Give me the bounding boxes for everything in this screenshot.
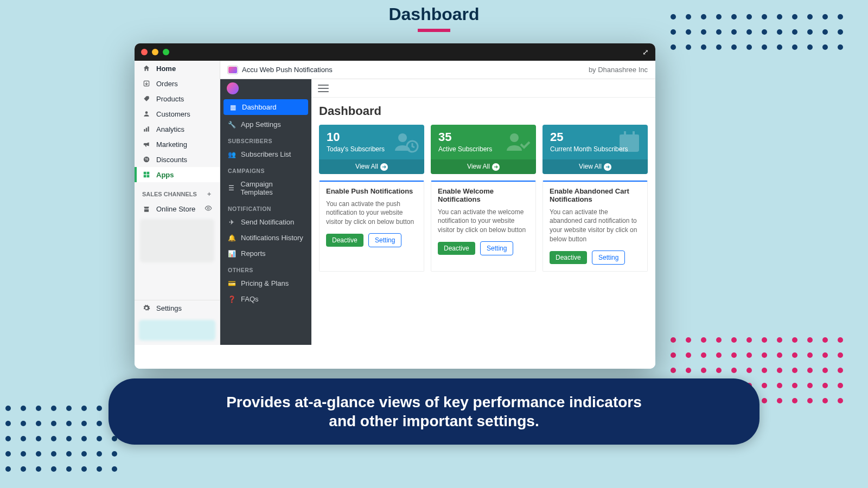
sidebar-item-marketing[interactable]: Marketing [135, 137, 220, 152]
card-title: Enable Abandoned Cart Notifications [550, 187, 641, 203]
window-zoom-icon[interactable] [163, 49, 169, 55]
user-icon [142, 110, 151, 118]
card-body: You can activate the welcome notificatio… [438, 208, 529, 235]
svg-rect-7 [144, 172, 146, 175]
stat-active-subscribers: 35 Active Subscribers View All➜ [431, 125, 536, 174]
sidebar-item-analytics[interactable]: Analytics [135, 121, 220, 137]
bell-icon: 🔔 [228, 234, 235, 242]
blurred-account-card [139, 320, 215, 341]
setting-button[interactable]: Setting [592, 251, 625, 265]
app-sidebar: ▦ Dashboard 🔧 App Settings SUBSCRIBERS 👥… [220, 79, 311, 345]
nav-send-notification[interactable]: ✈ Send Notification [220, 214, 311, 230]
sidebar-item-label: Analytics [156, 125, 184, 133]
deactive-button[interactable]: Deactive [326, 234, 363, 247]
view-all-link[interactable]: View All➜ [319, 159, 424, 174]
setting-button[interactable]: Setting [480, 241, 513, 255]
svg-rect-16 [620, 134, 639, 140]
sidebar-item-orders[interactable]: Orders [135, 76, 220, 91]
svg-point-1 [145, 111, 148, 114]
svg-rect-17 [624, 131, 626, 137]
nav-heading-others: OTHERS [220, 261, 311, 275]
user-clock-icon [393, 129, 419, 160]
sales-channels-heading: SALES CHANNELS ＋ [135, 182, 220, 201]
nav-faqs[interactable]: ❓ FAQs [220, 291, 311, 307]
sidebar-item-settings[interactable]: Settings [135, 300, 220, 316]
nav-dashboard[interactable]: ▦ Dashboard [224, 99, 308, 115]
arrow-right-icon: ➜ [380, 163, 388, 171]
nav-label: FAQs [241, 295, 259, 303]
decorative-dots-bottom-left [5, 406, 117, 472]
nav-notifications-history[interactable]: 🔔 Notifications History [220, 230, 311, 246]
vendor-link[interactable]: Dhanashree Inc [598, 66, 648, 74]
app-header: Accu Web Push Notifications by Dhanashre… [220, 61, 655, 79]
list-icon: ☰ [228, 184, 235, 192]
card-body: You can activate the abandoned card noti… [550, 208, 641, 244]
view-all-text: View All [355, 163, 378, 170]
view-all-link[interactable]: View All➜ [431, 159, 536, 174]
apps-icon [142, 170, 151, 179]
svg-point-12 [398, 133, 407, 142]
svg-rect-8 [147, 172, 150, 175]
svg-text:%: % [145, 157, 148, 161]
nav-heading-notification: NOTIFICATION [220, 200, 311, 214]
card-title: Enable Push Notifications [326, 187, 417, 195]
content-area: Dashboard 10 Today's Subscribers [311, 79, 655, 345]
nav-label: Reports [241, 249, 266, 258]
nav-label: Pricing & Plans [241, 279, 289, 287]
chart-icon: 📊 [228, 250, 235, 258]
svg-rect-2 [144, 129, 145, 132]
deactive-button[interactable]: Deactive [438, 242, 475, 255]
nav-campaign-templates[interactable]: ☰ Campaign Templates [220, 176, 311, 200]
sidebar-item-home[interactable]: Home [135, 61, 220, 76]
sidebar-item-discounts[interactable]: % Discounts [135, 152, 220, 167]
user-check-icon [505, 129, 531, 160]
svg-rect-3 [146, 128, 147, 132]
sidebar-item-products[interactable]: Products [135, 91, 220, 106]
deactive-button[interactable]: Deactive [550, 251, 587, 264]
wrench-icon: 🔧 [228, 121, 235, 129]
nav-heading-campaigns: CAMPAIGNS [220, 162, 311, 176]
card-push-notifications: Enable Push Notifications You can activa… [319, 181, 424, 272]
nav-label: App Settings [241, 120, 281, 129]
sidebar-item-customers[interactable]: Customers [135, 106, 220, 121]
window-close-icon[interactable] [141, 49, 148, 55]
card-title: Enable Welcome Notifications [438, 187, 529, 203]
view-all-text: View All [579, 163, 602, 170]
gear-icon [142, 304, 151, 312]
arrow-right-icon: ➜ [604, 163, 611, 171]
sidebar-item-label: Products [156, 95, 184, 103]
help-icon: ❓ [228, 296, 235, 303]
nav-reports[interactable]: 📊 Reports [220, 246, 311, 261]
hamburger-icon[interactable] [318, 85, 329, 92]
hero-title: Dashboard [0, 4, 868, 32]
view-all-link[interactable]: View All➜ [542, 159, 648, 174]
sidebar-item-label: Orders [156, 80, 178, 88]
app-sidebar-logo [220, 79, 311, 98]
setting-button[interactable]: Setting [368, 233, 401, 247]
nav-app-settings[interactable]: 🔧 App Settings [220, 117, 311, 132]
store-icon [142, 205, 151, 214]
view-all-text: View All [467, 163, 490, 170]
card-icon: 💳 [228, 280, 235, 287]
svg-rect-10 [147, 175, 150, 178]
expand-icon[interactable]: ⤢ [642, 48, 649, 56]
svg-rect-18 [633, 131, 635, 137]
nav-pricing-plans[interactable]: 💳 Pricing & Plans [220, 275, 311, 291]
svg-rect-9 [144, 175, 146, 178]
plus-icon[interactable]: ＋ [206, 190, 212, 198]
orders-icon [142, 79, 151, 88]
card-body: You can activate the push notification t… [326, 200, 417, 227]
page-title: Dashboard [319, 104, 648, 118]
analytics-icon [142, 125, 151, 133]
stat-todays-subscribers: 10 Today's Subscribers View All➜ [319, 125, 424, 174]
blurred-sidebar-region [140, 219, 214, 262]
sidebar-item-label: Customers [156, 110, 190, 118]
window-minimize-icon[interactable] [152, 49, 158, 55]
eye-icon[interactable] [205, 204, 212, 214]
sidebar-item-label: Apps [156, 171, 174, 179]
svg-rect-4 [148, 126, 149, 131]
sidebar-item-apps[interactable]: Apps [135, 167, 220, 182]
card-welcome-notifications: Enable Welcome Notifications You can act… [431, 181, 536, 272]
sidebar-item-online-store[interactable]: Online Store [135, 201, 220, 217]
nav-subscribers-list[interactable]: 👥 Subscribers List [220, 146, 311, 162]
